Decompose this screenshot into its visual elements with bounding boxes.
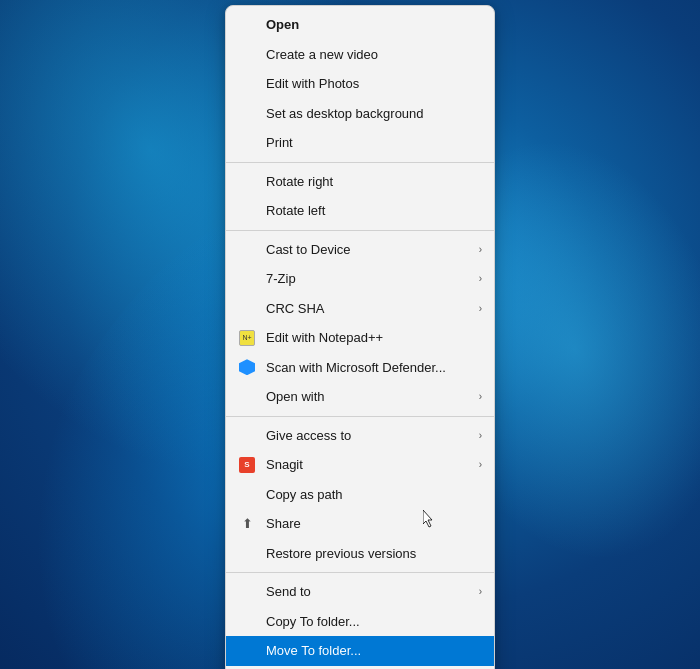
arrow-icon-send-to: › <box>479 584 482 599</box>
menu-item-edit-photos[interactable]: Edit with Photos <box>226 69 494 99</box>
share-icon: ⬆ <box>238 515 256 533</box>
menu-item-rotate-left[interactable]: Rotate left <box>226 196 494 226</box>
menu-item-give-access-label: Give access to <box>266 426 351 446</box>
desktop-background: Open Create a new video Edit with Photos… <box>0 0 700 669</box>
menu-item-copy-path[interactable]: Copy as path <box>226 480 494 510</box>
menu-item-share-label: Share <box>266 514 301 534</box>
menu-item-print-label: Print <box>266 133 293 153</box>
menu-item-cast-device[interactable]: Cast to Device › <box>226 235 494 265</box>
menu-item-desktop-bg-label: Set as desktop background <box>266 104 424 124</box>
menu-item-copy-to-folder-label: Copy To folder... <box>266 612 360 632</box>
menu-item-send-to-label: Send to <box>266 582 311 602</box>
menu-item-defender-label: Scan with Microsoft Defender... <box>266 358 446 378</box>
menu-item-create-video[interactable]: Create a new video <box>226 40 494 70</box>
separator-4 <box>226 572 494 573</box>
separator-1 <box>226 162 494 163</box>
arrow-icon-crc: › <box>479 301 482 316</box>
defender-icon <box>238 358 256 376</box>
menu-item-edit-photos-label: Edit with Photos <box>266 74 359 94</box>
menu-item-defender[interactable]: Scan with Microsoft Defender... <box>226 353 494 383</box>
menu-item-move-to-folder-label: Move To folder... <box>266 641 361 661</box>
separator-2 <box>226 230 494 231</box>
menu-item-7zip[interactable]: 7-Zip › <box>226 264 494 294</box>
snagit-icon: S <box>238 456 256 474</box>
arrow-icon-7zip: › <box>479 271 482 286</box>
menu-item-print[interactable]: Print <box>226 128 494 158</box>
menu-item-restore-versions-label: Restore previous versions <box>266 544 416 564</box>
menu-item-snagit-label: Snagit <box>266 455 303 475</box>
menu-item-cast-device-label: Cast to Device <box>266 240 351 260</box>
menu-item-desktop-bg[interactable]: Set as desktop background <box>226 99 494 129</box>
menu-item-crc-sha[interactable]: CRC SHA › <box>226 294 494 324</box>
menu-item-notepadpp-label: Edit with Notepad++ <box>266 328 383 348</box>
menu-item-give-access[interactable]: Give access to › <box>226 421 494 451</box>
menu-item-send-to[interactable]: Send to › <box>226 577 494 607</box>
menu-item-rotate-right[interactable]: Rotate right <box>226 167 494 197</box>
menu-item-crc-sha-label: CRC SHA <box>266 299 325 319</box>
menu-item-7zip-label: 7-Zip <box>266 269 296 289</box>
menu-item-move-to-folder[interactable]: Move To folder... <box>226 636 494 666</box>
menu-item-open-label: Open <box>266 15 299 35</box>
menu-item-rotate-right-label: Rotate right <box>266 172 333 192</box>
menu-item-open[interactable]: Open <box>226 10 494 40</box>
menu-item-rotate-left-label: Rotate left <box>266 201 325 221</box>
menu-item-open-with[interactable]: Open with › <box>226 382 494 412</box>
arrow-icon-snagit: › <box>479 457 482 472</box>
menu-item-notepadpp[interactable]: N+ Edit with Notepad++ <box>226 323 494 353</box>
arrow-icon-cast: › <box>479 242 482 257</box>
menu-item-share[interactable]: ⬆ Share <box>226 509 494 539</box>
menu-item-open-with-label: Open with <box>266 387 325 407</box>
separator-3 <box>226 416 494 417</box>
menu-item-copy-to-folder[interactable]: Copy To folder... <box>226 607 494 637</box>
menu-item-create-video-label: Create a new video <box>266 45 378 65</box>
menu-item-copy-path-label: Copy as path <box>266 485 343 505</box>
arrow-icon-open-with: › <box>479 389 482 404</box>
menu-item-snagit[interactable]: S Snagit › <box>226 450 494 480</box>
context-menu: Open Create a new video Edit with Photos… <box>225 5 495 669</box>
menu-item-restore-versions[interactable]: Restore previous versions <box>226 539 494 569</box>
arrow-icon-give-access: › <box>479 428 482 443</box>
notepadpp-icon: N+ <box>238 329 256 347</box>
